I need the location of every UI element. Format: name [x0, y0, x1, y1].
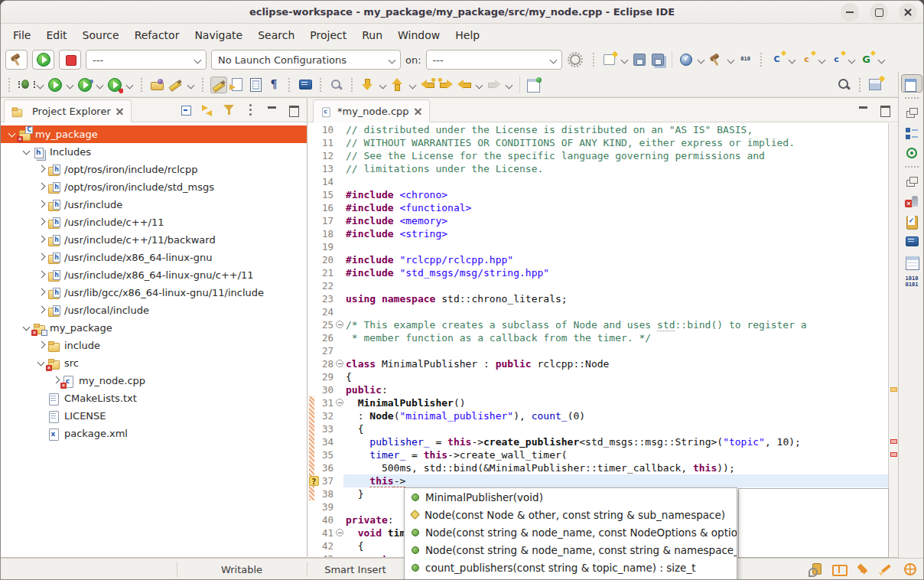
open-console-icon[interactable]	[297, 77, 314, 93]
console-view-icon[interactable]	[903, 233, 920, 250]
close-icon[interactable]	[116, 107, 125, 116]
dropdown-chevron-icon[interactable]	[186, 77, 196, 93]
filter-icon[interactable]	[221, 102, 238, 119]
new-wizard-icon[interactable]	[601, 51, 618, 68]
minimize-view-icon[interactable]	[855, 102, 872, 119]
dropdown-chevron-icon[interactable]	[696, 51, 706, 68]
tree-item[interactable]: /usr/include/x86_64-linux-gnu	[1, 249, 307, 266]
build-config-combo[interactable]: ---	[86, 50, 207, 70]
tree-item[interactable]: ×src	[1, 354, 307, 372]
dropdown-chevron-icon[interactable]	[620, 51, 630, 68]
tree-twistie-icon[interactable]	[36, 340, 47, 351]
restore-view-icon[interactable]	[903, 174, 920, 191]
tree-twistie-icon[interactable]	[36, 234, 47, 246]
maximize-button[interactable]	[870, 3, 888, 21]
coverage-icon[interactable]	[106, 77, 123, 93]
tasks-view-icon[interactable]	[903, 213, 920, 230]
restore-view-icon[interactable]	[903, 105, 920, 122]
stop-button[interactable]	[59, 50, 81, 70]
run-small-icon[interactable]	[47, 77, 63, 93]
prev-annotation-icon[interactable]	[389, 77, 406, 93]
completion-item[interactable]: MinimalPublisher(void)	[405, 488, 737, 506]
close-button[interactable]	[899, 3, 917, 21]
show-whitespace-icon[interactable]: ¶	[265, 77, 282, 93]
completion-item[interactable]: Node(const Node & other, const string & …	[405, 506, 737, 523]
menu-file[interactable]: File	[5, 27, 38, 44]
menu-window[interactable]: Window	[390, 27, 447, 44]
outline-view-icon[interactable]	[903, 125, 920, 142]
format-source-icon[interactable]	[229, 77, 246, 93]
launch-profile-icon[interactable]	[678, 51, 695, 68]
dropdown-chevron-icon[interactable]	[847, 51, 857, 68]
tree-twistie-icon[interactable]	[36, 164, 47, 175]
tree-twistie-icon[interactable]	[36, 269, 47, 281]
next-annotation-icon[interactable]	[360, 77, 376, 93]
tree-item[interactable]: /usr/include/c++/11/backward	[1, 231, 307, 249]
help-book-icon[interactable]	[831, 561, 848, 578]
build-icon[interactable]	[708, 51, 724, 68]
close-icon[interactable]	[414, 107, 423, 116]
dropdown-chevron-icon[interactable]	[726, 51, 736, 68]
tree-twistie-icon[interactable]	[36, 199, 47, 210]
tree-item[interactable]: /usr/include/c++/11	[1, 213, 307, 231]
tree-item[interactable]: /usr/lib/gcc/x86_64-linux-gnu/11/include	[1, 284, 307, 301]
tree-item[interactable]: c×my_node.cpp	[1, 372, 307, 389]
completion-item[interactable]: Node(const string & node_name, const Nod…	[405, 523, 737, 541]
red-overview-marker[interactable]	[890, 439, 897, 444]
properties-view-icon[interactable]	[903, 253, 920, 270]
amber-overview-marker[interactable]	[890, 387, 897, 392]
mark-occurrences-off-icon[interactable]	[328, 77, 345, 93]
tree-item[interactable]: /opt/ros/iron/include/std_msgs	[1, 178, 307, 196]
dropdown-chevron-icon[interactable]	[817, 51, 827, 68]
cpp-perspective-icon[interactable]: C	[901, 74, 922, 93]
new-cpp-project-icon[interactable]: G	[858, 51, 875, 68]
minimize-view-icon[interactable]	[264, 102, 281, 119]
dropdown-chevron-icon[interactable]	[474, 77, 484, 93]
tree-twistie-icon[interactable]	[36, 252, 47, 263]
dropdown-chevron-icon[interactable]	[65, 77, 75, 93]
dropdown-chevron-icon[interactable]	[35, 77, 45, 93]
run-history-icon[interactable]	[76, 77, 93, 93]
tree-twistie-icon[interactable]	[21, 146, 33, 158]
dropdown-chevron-icon[interactable]	[408, 77, 418, 93]
debug-view-icon[interactable]	[903, 145, 920, 161]
new-c-file-icon[interactable]: c	[828, 51, 845, 68]
tree-item[interactable]: xpackage.xml	[1, 425, 307, 442]
tree-twistie-icon[interactable]	[36, 181, 47, 193]
completion-item[interactable]: count_publishers(const string & topic_na…	[405, 559, 737, 576]
back-icon[interactable]	[456, 77, 473, 93]
launch-settings-gear-icon[interactable]	[567, 51, 584, 68]
tree-twistie-icon[interactable]	[36, 217, 47, 228]
overview-ruler[interactable]	[888, 123, 898, 557]
red-overview-marker[interactable]	[890, 452, 897, 457]
save-icon[interactable]	[631, 51, 648, 68]
tab-my-node-cpp[interactable]: c *my_node.cpp	[313, 99, 430, 122]
minimize-button[interactable]	[841, 3, 859, 21]
forward-disabled-icon[interactable]	[486, 77, 503, 93]
tree-twistie-icon[interactable]	[36, 287, 47, 298]
new-c-folder-icon[interactable]: c	[799, 51, 815, 68]
new-view-icon[interactable]	[867, 77, 884, 93]
menu-run[interactable]: Run	[354, 27, 390, 44]
mark-pen-icon[interactable]	[168, 77, 184, 93]
menu-search[interactable]: Search	[250, 27, 302, 44]
run-button[interactable]	[32, 50, 54, 70]
menu-edit[interactable]: Edit	[38, 27, 74, 44]
debug-icon[interactable]	[17, 77, 34, 93]
pin-editor-icon[interactable]	[525, 77, 542, 93]
link-with-editor-icon[interactable]	[200, 102, 216, 119]
fold-collapse-icon[interactable]	[336, 360, 343, 367]
dropdown-chevron-icon[interactable]	[504, 77, 514, 93]
learning-icon[interactable]	[854, 561, 871, 578]
maximize-view-icon[interactable]	[285, 102, 302, 119]
maximize-view-icon[interactable]	[877, 102, 893, 119]
tree-item[interactable]: ×my_package	[1, 319, 307, 337]
title-bar[interactable]: eclipse-workspace - my_package/my_packag…	[1, 1, 923, 24]
launch-config-combo[interactable]: No Launch Configurations	[211, 50, 401, 70]
notification-hand-icon[interactable]	[807, 561, 824, 578]
open-element-icon[interactable]	[149, 77, 166, 93]
menu-refactor[interactable]: Refactor	[127, 27, 187, 44]
view-menu-icon[interactable]	[242, 102, 259, 119]
tree-item[interactable]: ×Cmy_package	[1, 125, 307, 143]
new-c-class-icon[interactable]: C	[769, 51, 786, 68]
